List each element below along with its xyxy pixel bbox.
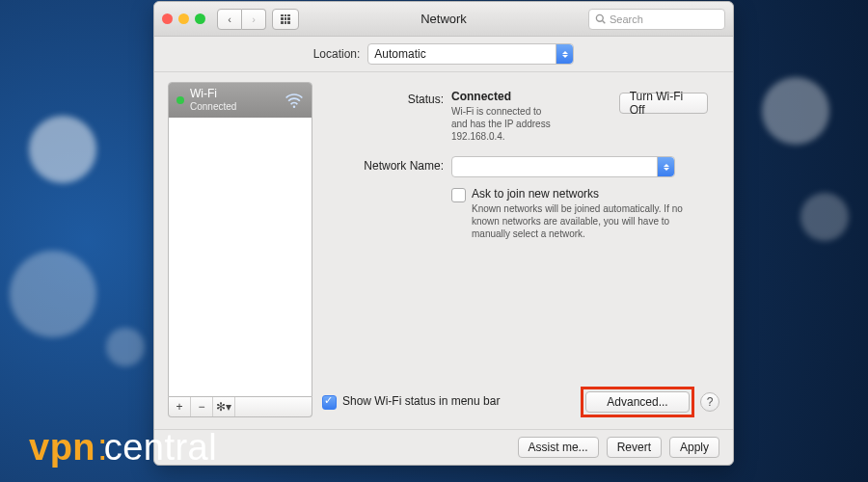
vpncentral-watermark: vpn:central [29, 427, 217, 469]
svg-line-1 [603, 21, 606, 24]
turn-wifi-off-button[interactable]: Turn Wi-Fi Off [619, 93, 708, 114]
remove-service-button[interactable]: − [191, 397, 213, 416]
window-titlebar: ‹ › Network Search [154, 2, 733, 37]
chevron-updown-icon [556, 44, 573, 64]
network-name-label: Network Name: [326, 156, 451, 240]
main-panel: Status: Connected Wi-Fi is connected to … [322, 82, 719, 417]
grid-icon [281, 14, 290, 24]
assist-me-button[interactable]: Assist me... [518, 437, 599, 458]
advanced-highlight: Advanced... [581, 387, 694, 417]
service-sidebar: Wi-Fi Connected + − ✻▾ [168, 82, 312, 417]
help-button[interactable]: ? [700, 392, 719, 412]
panel-bottom-bar: Show Wi-Fi status in menu bar Advanced..… [322, 383, 719, 417]
traffic-lights [162, 13, 205, 24]
network-preferences-window: ‹ › Network Search Location: Automatic W… [153, 1, 734, 466]
add-service-button[interactable]: + [169, 397, 191, 416]
status-value: Connected [451, 90, 600, 103]
minimize-button[interactable] [178, 13, 189, 24]
network-name-select[interactable] [451, 156, 675, 177]
status-detail: Wi-Fi is connected to and has the IP add… [451, 105, 600, 143]
location-select[interactable]: Automatic [367, 43, 574, 65]
wifi-icon [285, 93, 304, 108]
ask-join-checkbox[interactable] [451, 188, 466, 202]
show-all-button[interactable] [272, 9, 299, 30]
ask-join-detail: Known networks will be joined automatica… [472, 202, 693, 240]
service-action-button[interactable]: ✻▾ [213, 397, 235, 416]
show-menubar-label: Show Wi-Fi status in menu bar [342, 394, 500, 408]
svg-point-0 [596, 14, 603, 21]
revert-button[interactable]: Revert [607, 437, 662, 458]
chevron-updown-icon [657, 157, 674, 176]
location-value: Automatic [374, 47, 425, 61]
search-icon [595, 13, 606, 24]
zoom-button[interactable] [195, 13, 205, 24]
window-footer: Assist me... Revert Apply [154, 429, 733, 465]
show-menubar-checkbox[interactable] [322, 395, 337, 410]
advanced-button[interactable]: Advanced... [585, 391, 690, 413]
service-list: Wi-Fi Connected [168, 82, 312, 397]
service-toolbar: + − ✻▾ [168, 397, 312, 417]
status-dot-icon [176, 96, 184, 104]
ask-join-label: Ask to join new networks [472, 187, 693, 201]
location-label: Location: [313, 47, 361, 61]
apply-button[interactable]: Apply [669, 437, 719, 458]
location-row: Location: Automatic [154, 37, 733, 72]
forward-button[interactable]: › [242, 9, 266, 30]
service-item-wifi[interactable]: Wi-Fi Connected [169, 83, 312, 118]
status-label: Status: [326, 90, 451, 143]
svg-point-2 [293, 105, 296, 108]
search-input[interactable]: Search [588, 9, 725, 30]
service-status: Connected [190, 100, 236, 113]
close-button[interactable] [162, 13, 173, 24]
back-button[interactable]: ‹ [217, 9, 242, 30]
search-placeholder: Search [610, 13, 643, 25]
service-name: Wi-Fi [190, 88, 236, 100]
